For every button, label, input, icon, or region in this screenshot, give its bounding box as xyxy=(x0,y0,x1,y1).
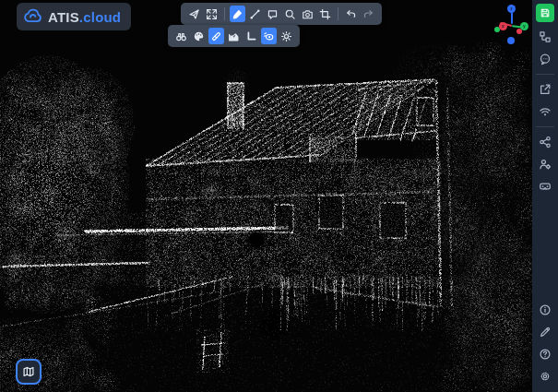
angle-measure-button[interactable] xyxy=(243,28,259,44)
axis-gizmo[interactable]: z x y xyxy=(494,5,529,45)
z-axis-label: z xyxy=(510,6,513,11)
redo-arrow-icon xyxy=(362,8,374,20)
app-logo[interactable]: ATIS.cloud xyxy=(17,3,131,30)
z-axis-line xyxy=(511,12,513,24)
cloud-logo-icon xyxy=(23,6,43,27)
right-angle-icon xyxy=(245,30,257,42)
floppy-disk-icon xyxy=(540,7,551,18)
help-button[interactable] xyxy=(536,346,554,362)
external-link-icon xyxy=(539,83,552,96)
z-neg-axis-ball[interactable] xyxy=(507,37,515,44)
navigate-button[interactable] xyxy=(186,6,202,22)
gear-icon xyxy=(539,370,552,383)
divider xyxy=(338,7,338,20)
eraser-pen-icon xyxy=(210,30,222,42)
user-settings-button[interactable] xyxy=(536,156,554,172)
logo-text-secondary: .cloud xyxy=(79,9,121,25)
viewer-stage: ATIS.cloud z x y xyxy=(0,0,558,392)
project-tree-button[interactable] xyxy=(536,29,554,45)
x-axis-ball[interactable]: x xyxy=(499,22,507,30)
undo-arrow-icon xyxy=(345,8,357,20)
camera-icon xyxy=(302,8,314,20)
point-shading-button[interactable] xyxy=(261,28,277,44)
wifi-icon xyxy=(539,105,552,118)
speech-bubble-icon xyxy=(267,8,279,20)
x-axis-label: x xyxy=(502,24,505,29)
binoculars-icon xyxy=(175,30,187,42)
share-button[interactable] xyxy=(536,134,554,150)
divider xyxy=(536,74,554,75)
z-axis-ball[interactable]: z xyxy=(507,5,516,13)
draw-button[interactable] xyxy=(536,324,554,340)
eraser-button[interactable] xyxy=(208,28,224,44)
expand-arrows-icon xyxy=(206,8,218,20)
redo-button[interactable] xyxy=(361,6,376,22)
eye-shading-icon xyxy=(263,30,275,42)
appearance-button[interactable] xyxy=(191,28,207,44)
y-axis-label: y xyxy=(523,24,526,29)
logo-text-primary: ATIS xyxy=(48,9,79,25)
tree-structure-icon xyxy=(539,30,552,43)
brightness-button[interactable] xyxy=(279,28,294,44)
pencil-icon xyxy=(539,326,552,339)
chat-bubble-icon xyxy=(539,53,552,65)
zoom-search-button[interactable] xyxy=(282,6,298,22)
info-circle-icon xyxy=(539,303,552,316)
map-icon xyxy=(22,365,35,378)
paper-plane-icon xyxy=(188,8,200,20)
toolbar-secondary xyxy=(168,25,300,47)
toolbar-primary xyxy=(181,3,382,25)
crop-icon xyxy=(319,8,331,20)
crop-box-button[interactable] xyxy=(317,6,333,22)
sun-icon xyxy=(280,30,292,42)
question-circle-icon xyxy=(539,348,552,361)
paint-select-button[interactable] xyxy=(230,6,245,22)
view-finder-button[interactable] xyxy=(173,28,189,44)
palette-icon xyxy=(193,30,205,42)
y-axis-ball[interactable]: y xyxy=(520,22,528,30)
vr-headset-icon xyxy=(539,180,552,193)
network-status-button[interactable] xyxy=(536,103,554,120)
info-button[interactable] xyxy=(536,302,554,318)
sidebar-right xyxy=(532,0,558,392)
save-button[interactable] xyxy=(536,4,554,22)
divider xyxy=(224,7,225,20)
vr-mode-button[interactable] xyxy=(536,178,554,195)
magnifier-icon xyxy=(284,8,296,20)
elevation-profile-button[interactable] xyxy=(226,28,242,44)
open-external-button[interactable] xyxy=(536,81,554,98)
settings-button[interactable] xyxy=(536,368,554,385)
logo-text: ATIS.cloud xyxy=(48,9,121,25)
minimap-button[interactable] xyxy=(16,359,42,385)
user-gear-icon xyxy=(539,158,552,171)
share-nodes-icon xyxy=(539,136,552,148)
profile-mountain-icon xyxy=(228,30,240,42)
undo-button[interactable] xyxy=(343,6,359,22)
measure-line-icon xyxy=(249,8,261,20)
pointcloud-viewport[interactable] xyxy=(0,0,558,392)
measure-distance-button[interactable] xyxy=(247,6,263,22)
annotation-button[interactable] xyxy=(265,6,280,22)
comments-button[interactable] xyxy=(536,51,554,67)
divider xyxy=(536,126,554,127)
screenshot-button[interactable] xyxy=(300,6,315,22)
brush-icon xyxy=(232,8,243,20)
fullscreen-button[interactable] xyxy=(204,6,220,22)
